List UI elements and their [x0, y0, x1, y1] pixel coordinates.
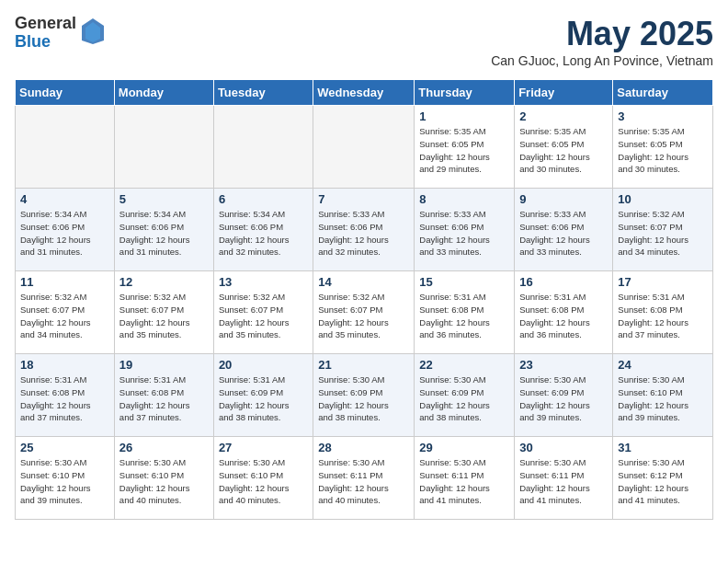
calendar-cell: 1Sunrise: 5:35 AM Sunset: 6:05 PM Daylig… — [415, 106, 515, 189]
calendar-cell: 19Sunrise: 5:31 AM Sunset: 6:08 PM Dayli… — [114, 354, 213, 437]
weekday-header-monday: Monday — [114, 80, 213, 106]
day-info: Sunrise: 5:30 AM Sunset: 6:10 PM Dayligh… — [20, 456, 109, 507]
day-info: Sunrise: 5:34 AM Sunset: 6:06 PM Dayligh… — [20, 208, 109, 259]
day-number: 25 — [20, 441, 109, 454]
calendar-cell: 31Sunrise: 5:30 AM Sunset: 6:12 PM Dayli… — [613, 437, 713, 520]
calendar-cell: 29Sunrise: 5:30 AM Sunset: 6:11 PM Dayli… — [415, 437, 515, 520]
day-number: 13 — [219, 275, 308, 289]
day-number: 28 — [318, 441, 409, 454]
day-number: 30 — [519, 441, 608, 454]
calendar-cell: 21Sunrise: 5:30 AM Sunset: 6:09 PM Dayli… — [313, 354, 415, 437]
day-number: 26 — [119, 441, 209, 454]
day-number: 16 — [519, 275, 608, 289]
calendar-cell: 20Sunrise: 5:31 AM Sunset: 6:09 PM Dayli… — [213, 354, 313, 437]
calendar-cell: 12Sunrise: 5:32 AM Sunset: 6:07 PM Dayli… — [114, 271, 213, 354]
day-info: Sunrise: 5:31 AM Sunset: 6:09 PM Dayligh… — [219, 373, 308, 424]
day-info: Sunrise: 5:32 AM Sunset: 6:07 PM Dayligh… — [618, 208, 708, 259]
calendar-cell: 9Sunrise: 5:33 AM Sunset: 6:06 PM Daylig… — [515, 189, 613, 271]
day-number: 14 — [318, 275, 409, 289]
day-number: 15 — [419, 275, 509, 289]
day-info: Sunrise: 5:35 AM Sunset: 6:05 PM Dayligh… — [618, 125, 708, 176]
day-number: 1 — [419, 109, 509, 123]
day-info: Sunrise: 5:35 AM Sunset: 6:05 PM Dayligh… — [419, 125, 509, 176]
day-number: 29 — [419, 441, 509, 454]
day-number: 10 — [618, 192, 708, 206]
calendar-cell — [114, 106, 213, 189]
day-info: Sunrise: 5:30 AM Sunset: 6:09 PM Dayligh… — [419, 373, 509, 424]
title-block: May 2025 Can GJuoc, Long An Povince, Vie… — [491, 15, 713, 68]
day-number: 3 — [618, 109, 708, 123]
day-info: Sunrise: 5:31 AM Sunset: 6:08 PM Dayligh… — [119, 373, 209, 424]
page-header: General Blue May 2025 Can GJuoc, Long An… — [15, 15, 713, 68]
day-number: 7 — [318, 192, 409, 206]
week-row-3: 11Sunrise: 5:32 AM Sunset: 6:07 PM Dayli… — [16, 271, 713, 354]
calendar-cell: 8Sunrise: 5:33 AM Sunset: 6:06 PM Daylig… — [415, 189, 515, 271]
day-info: Sunrise: 5:31 AM Sunset: 6:08 PM Dayligh… — [419, 291, 509, 341]
day-info: Sunrise: 5:31 AM Sunset: 6:08 PM Dayligh… — [519, 291, 608, 341]
day-info: Sunrise: 5:30 AM Sunset: 6:09 PM Dayligh… — [519, 373, 608, 424]
day-info: Sunrise: 5:32 AM Sunset: 6:07 PM Dayligh… — [20, 291, 109, 341]
day-number: 5 — [119, 192, 209, 206]
weekday-header-wednesday: Wednesday — [313, 80, 415, 106]
day-number: 12 — [119, 275, 209, 289]
calendar-table: SundayMondayTuesdayWednesdayThursdayFrid… — [15, 79, 713, 520]
day-info: Sunrise: 5:30 AM Sunset: 6:11 PM Dayligh… — [318, 456, 409, 507]
day-info: Sunrise: 5:30 AM Sunset: 6:10 PM Dayligh… — [618, 373, 708, 424]
subtitle: Can GJuoc, Long An Povince, Vietnam — [491, 53, 713, 68]
calendar-cell: 26Sunrise: 5:30 AM Sunset: 6:10 PM Dayli… — [114, 437, 213, 520]
day-number: 21 — [318, 358, 409, 372]
calendar-cell: 14Sunrise: 5:32 AM Sunset: 6:07 PM Dayli… — [313, 271, 415, 354]
calendar-cell: 11Sunrise: 5:32 AM Sunset: 6:07 PM Dayli… — [16, 271, 115, 354]
weekday-header-row: SundayMondayTuesdayWednesdayThursdayFrid… — [16, 80, 713, 106]
day-info: Sunrise: 5:33 AM Sunset: 6:06 PM Dayligh… — [419, 208, 509, 259]
calendar-cell: 15Sunrise: 5:31 AM Sunset: 6:08 PM Dayli… — [415, 271, 515, 354]
day-number: 2 — [519, 109, 608, 123]
day-info: Sunrise: 5:33 AM Sunset: 6:06 PM Dayligh… — [519, 208, 608, 259]
day-number: 20 — [219, 358, 308, 372]
day-info: Sunrise: 5:30 AM Sunset: 6:09 PM Dayligh… — [318, 373, 409, 424]
calendar-cell: 2Sunrise: 5:35 AM Sunset: 6:05 PM Daylig… — [515, 106, 613, 189]
day-info: Sunrise: 5:34 AM Sunset: 6:06 PM Dayligh… — [219, 208, 308, 259]
day-number: 19 — [119, 358, 209, 372]
day-info: Sunrise: 5:31 AM Sunset: 6:08 PM Dayligh… — [618, 291, 708, 341]
weekday-header-friday: Friday — [515, 80, 613, 106]
logo-general: General — [15, 15, 76, 33]
calendar-cell: 27Sunrise: 5:30 AM Sunset: 6:10 PM Dayli… — [213, 437, 313, 520]
calendar-cell: 17Sunrise: 5:31 AM Sunset: 6:08 PM Dayli… — [613, 271, 713, 354]
calendar-cell: 28Sunrise: 5:30 AM Sunset: 6:11 PM Dayli… — [313, 437, 415, 520]
day-info: Sunrise: 5:31 AM Sunset: 6:08 PM Dayligh… — [20, 373, 109, 424]
weekday-header-tuesday: Tuesday — [213, 80, 313, 106]
calendar-cell: 16Sunrise: 5:31 AM Sunset: 6:08 PM Dayli… — [515, 271, 613, 354]
logo: General Blue — [15, 15, 106, 52]
calendar-cell: 13Sunrise: 5:32 AM Sunset: 6:07 PM Dayli… — [213, 271, 313, 354]
day-info: Sunrise: 5:32 AM Sunset: 6:07 PM Dayligh… — [318, 291, 409, 341]
logo-icon — [80, 17, 106, 50]
day-info: Sunrise: 5:30 AM Sunset: 6:11 PM Dayligh… — [519, 456, 608, 507]
week-row-4: 18Sunrise: 5:31 AM Sunset: 6:08 PM Dayli… — [16, 354, 713, 437]
day-number: 8 — [419, 192, 509, 206]
day-number: 6 — [219, 192, 308, 206]
day-info: Sunrise: 5:32 AM Sunset: 6:07 PM Dayligh… — [119, 291, 209, 341]
weekday-header-saturday: Saturday — [613, 80, 713, 106]
calendar-cell: 4Sunrise: 5:34 AM Sunset: 6:06 PM Daylig… — [16, 189, 115, 271]
day-info: Sunrise: 5:30 AM Sunset: 6:10 PM Dayligh… — [119, 456, 209, 507]
calendar-cell: 23Sunrise: 5:30 AM Sunset: 6:09 PM Dayli… — [515, 354, 613, 437]
calendar-cell: 22Sunrise: 5:30 AM Sunset: 6:09 PM Dayli… — [415, 354, 515, 437]
day-number: 9 — [519, 192, 608, 206]
calendar-cell: 5Sunrise: 5:34 AM Sunset: 6:06 PM Daylig… — [114, 189, 213, 271]
day-number: 31 — [618, 441, 708, 454]
calendar-cell: 6Sunrise: 5:34 AM Sunset: 6:06 PM Daylig… — [213, 189, 313, 271]
weekday-header-sunday: Sunday — [16, 80, 115, 106]
calendar-cell: 25Sunrise: 5:30 AM Sunset: 6:10 PM Dayli… — [16, 437, 115, 520]
calendar-cell — [213, 106, 313, 189]
calendar-cell: 7Sunrise: 5:33 AM Sunset: 6:06 PM Daylig… — [313, 189, 415, 271]
calendar-cell: 3Sunrise: 5:35 AM Sunset: 6:05 PM Daylig… — [613, 106, 713, 189]
day-info: Sunrise: 5:30 AM Sunset: 6:10 PM Dayligh… — [219, 456, 308, 507]
calendar-cell: 10Sunrise: 5:32 AM Sunset: 6:07 PM Dayli… — [613, 189, 713, 271]
week-row-1: 1Sunrise: 5:35 AM Sunset: 6:05 PM Daylig… — [16, 106, 713, 189]
day-number: 22 — [419, 358, 509, 372]
weekday-header-thursday: Thursday — [415, 80, 515, 106]
day-info: Sunrise: 5:30 AM Sunset: 6:12 PM Dayligh… — [618, 456, 708, 507]
day-number: 4 — [20, 192, 109, 206]
day-number: 18 — [20, 358, 109, 372]
